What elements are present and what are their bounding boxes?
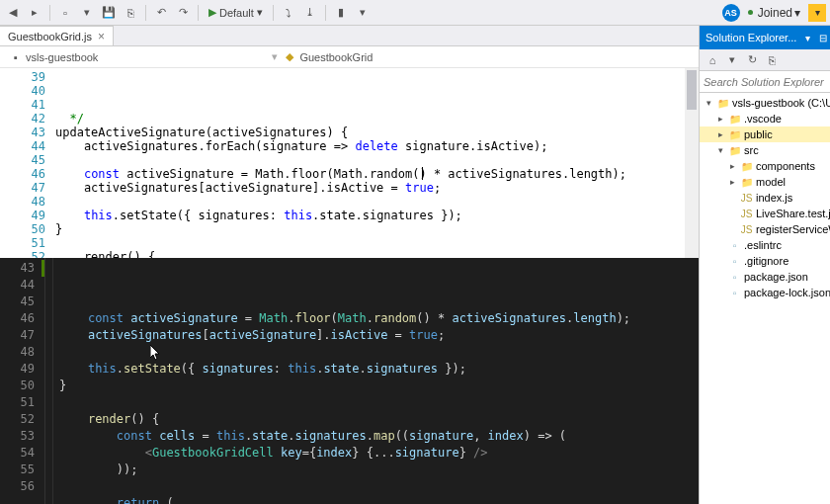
twisty-icon[interactable]: ▾ <box>704 98 713 108</box>
redo-button[interactable]: ↷ <box>174 4 192 22</box>
solution-explorer-search[interactable]: 🔍 <box>700 71 830 93</box>
show-all-button[interactable]: ⎘ <box>763 51 781 69</box>
file-icon: ▫ <box>728 271 741 284</box>
tree-item-label: .eslintrc <box>744 239 782 251</box>
step-over-button[interactable]: ⤵ <box>280 4 297 22</box>
chevron-down-icon: ▾ <box>257 6 263 19</box>
tree-item-label: registerServiceWor <box>756 223 830 235</box>
tree-item-label: package.json <box>744 271 808 283</box>
pin-button[interactable]: ⊟ <box>816 31 830 44</box>
search-input[interactable] <box>704 76 830 88</box>
folder-icon: 📁 <box>740 176 753 189</box>
tree-item-label: model <box>756 176 786 188</box>
tree-item-label: public <box>744 128 773 140</box>
avatar[interactable]: AS <box>722 4 740 22</box>
tree-item-label: src <box>744 144 759 156</box>
run-config-selector[interactable]: ▶ Default ▾ <box>205 3 267 23</box>
class-icon: ◆ <box>284 51 295 63</box>
code-content[interactable]: const activeSignature = Math.floor(Math.… <box>53 258 699 504</box>
tree-item-label: LiveShare.test.js <box>756 208 830 219</box>
breadcrumb-project[interactable]: ▪ vsls-guestbook <box>6 51 102 63</box>
tree-item[interactable]: JSregisterServiceWor <box>700 221 830 237</box>
twisty-icon[interactable]: ▸ <box>715 114 725 124</box>
line-gutter: 3940414243444546474849505152 <box>0 68 55 258</box>
tree-item[interactable]: ▫.eslintrc <box>700 237 830 253</box>
tree-item[interactable]: ▫.gitignore <box>700 253 830 269</box>
js-file-icon: JS <box>740 208 753 220</box>
folder-icon: 📁 <box>728 144 741 157</box>
tree-item[interactable]: JSindex.js <box>700 190 830 206</box>
solution-tree[interactable]: ▾📁vsls-guestbook (C:\User▸📁.vscode▸📁publ… <box>700 93 830 504</box>
save-button[interactable]: 💾 <box>100 4 118 22</box>
twisty-icon[interactable]: ▸ <box>727 161 737 171</box>
js-file-icon: JS <box>740 192 753 205</box>
twisty-icon[interactable]: ▸ <box>715 129 725 139</box>
top-toolbar: ◀ ▸ ▫ ▾ 💾 ⎘ ↶ ↷ ▶ Default ▾ ⤵ ⤓ ▮ ▾ AS J… <box>0 0 830 26</box>
solution-explorer-toolbar: ⌂ ▾ ↻ ⎘ <box>700 49 830 71</box>
file-icon: ▫ <box>728 287 741 299</box>
folder-icon: 📁 <box>716 97 729 110</box>
status-dot-icon <box>748 10 753 15</box>
tree-item[interactable]: ▸📁components <box>700 158 830 174</box>
play-icon: ▶ <box>208 6 216 19</box>
code-content[interactable]: */updateActiveSignature(activeSignatures… <box>55 68 699 258</box>
home-button[interactable]: ⌂ <box>704 51 721 69</box>
more-button[interactable]: ▾ <box>354 4 372 22</box>
bookmark-button[interactable]: ▮ <box>332 4 350 22</box>
twisty-icon[interactable]: ▸ <box>727 177 737 187</box>
file-icon: ▫ <box>728 239 741 252</box>
folder-icon: 📁 <box>728 128 741 141</box>
chevron-down-icon: ▾ <box>794 6 800 20</box>
code-editor-dark[interactable]: 4344454647484950515253545556 const activ… <box>0 258 699 504</box>
tree-item[interactable]: JSLiveShare.test.js <box>700 206 830 221</box>
scrollbar-thumb[interactable] <box>687 70 697 110</box>
new-file-button[interactable]: ▫ <box>56 4 74 22</box>
folder-icon: 📁 <box>740 160 753 173</box>
tree-item[interactable]: ▾📁vsls-guestbook (C:\User <box>700 95 830 111</box>
tab-filename: GuestbookGrid.js <box>8 31 92 42</box>
nav-back-button[interactable]: ◀ <box>4 4 22 22</box>
save-all-button[interactable]: ⎘ <box>122 4 139 22</box>
breadcrumb: ▪ vsls-guestbook ▾ ◆ GuestbookGrid <box>0 46 699 68</box>
folder-icon: 📁 <box>728 113 741 126</box>
modified-indicator <box>42 260 44 277</box>
tab-close-button[interactable]: × <box>98 30 105 43</box>
step-into-button[interactable]: ⤓ <box>301 4 319 22</box>
notification-badge[interactable]: ▾ <box>808 4 826 22</box>
refresh-button[interactable]: ↻ <box>743 51 761 69</box>
tree-item[interactable]: ▫package-lock.json <box>700 285 830 300</box>
tree-item[interactable]: ▾📁src <box>700 142 830 158</box>
collapse-all-button[interactable]: ▾ <box>723 51 741 69</box>
editor-tab-strip: GuestbookGrid.js × <box>0 26 699 46</box>
tree-item-label: .vscode <box>744 113 782 125</box>
tree-item[interactable]: ▸📁.vscode <box>700 111 830 126</box>
code-editor-light[interactable]: 3940414243444546474849505152 */updateAct… <box>0 68 699 258</box>
tree-item[interactable]: ▫package.json <box>700 269 830 285</box>
dropdown-button[interactable]: ▾ <box>800 31 814 44</box>
editor-tab[interactable]: GuestbookGrid.js × <box>0 26 114 45</box>
file-icon: ▫ <box>728 255 741 268</box>
open-button[interactable]: ▾ <box>78 4 96 22</box>
breadcrumb-symbol[interactable]: ◆ GuestbookGrid <box>280 51 376 63</box>
tree-item-label: package-lock.json <box>744 287 830 298</box>
panel-title: Solution Explorer... <box>706 32 796 43</box>
js-file-icon: JS <box>740 223 753 236</box>
undo-button[interactable]: ↶ <box>152 4 170 22</box>
line-gutter: 4344454647484950515253545556 <box>0 258 45 504</box>
nav-fwd-button[interactable]: ▸ <box>26 4 43 22</box>
vertical-scrollbar[interactable] <box>685 68 699 258</box>
tree-item[interactable]: ▸📁model <box>700 174 830 190</box>
tree-item[interactable]: ▸📁public <box>700 126 830 142</box>
liveshare-status[interactable]: Joined ▾ <box>748 6 800 20</box>
tree-item-label: .gitignore <box>744 255 788 267</box>
tree-item-label: vsls-guestbook (C:\User <box>732 97 830 109</box>
cube-icon: ▪ <box>10 51 22 63</box>
run-config-label: Default <box>219 7 254 19</box>
solution-explorer-panel: Solution Explorer... ▾ ⊟ × ⌂ ▾ ↻ ⎘ 🔍 ▾📁v… <box>700 26 830 504</box>
twisty-icon[interactable]: ▾ <box>715 145 725 155</box>
tree-item-label: components <box>756 160 815 172</box>
text-cursor <box>422 167 423 180</box>
tree-item-label: index.js <box>756 192 792 204</box>
solution-explorer-header[interactable]: Solution Explorer... ▾ ⊟ × <box>700 26 830 49</box>
